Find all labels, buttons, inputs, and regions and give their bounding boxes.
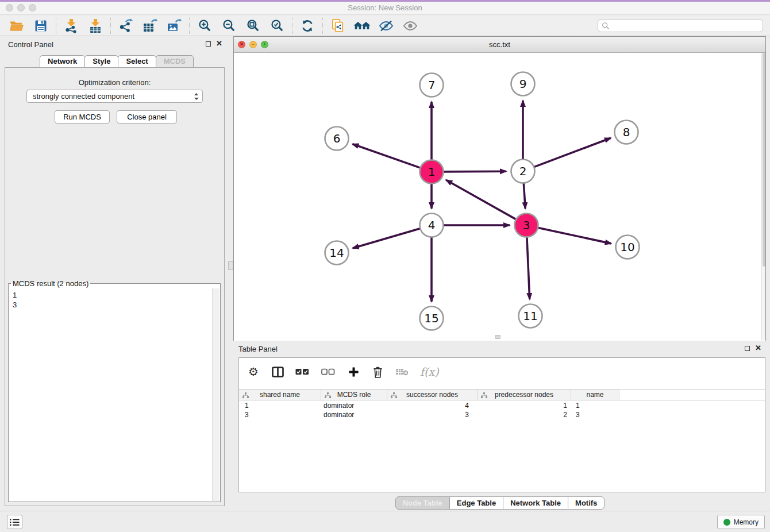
graph-node-label-8: 8 (623, 125, 630, 139)
column-header-mcds-role[interactable]: MCDS role (321, 390, 387, 400)
toolbar-separator (189, 18, 190, 34)
zoom-selected-icon[interactable] (265, 17, 289, 34)
toolbar-separator (56, 18, 56, 34)
show-all-eye-icon[interactable] (398, 17, 422, 34)
graph-edge-3-11[interactable] (527, 237, 530, 299)
mcds-result-scrollbar[interactable] (212, 288, 220, 501)
control-panel-tabs: NetworkStyleSelectMCDS (0, 55, 233, 68)
zoom-out-icon[interactable] (217, 17, 241, 34)
delete-column-trash-icon[interactable] (371, 366, 384, 378)
hide-selected-eye-icon[interactable] (374, 17, 398, 34)
open-network-file-icon[interactable] (326, 17, 350, 34)
app-window: Session: New Session (0, 0, 770, 532)
table-panel-float-icon[interactable] (745, 346, 750, 351)
cell-name[interactable]: 1 (571, 401, 619, 410)
delete-table-icon[interactable] (395, 368, 409, 376)
run-mcds-button[interactable]: Run MCDS (55, 110, 110, 124)
column-header-shared-name[interactable]: shared name (239, 390, 321, 400)
deselect-all-checkboxes-icon[interactable] (321, 368, 336, 375)
close-window-button[interactable] (6, 4, 13, 11)
mcds-result-text[interactable]: 1 3 (9, 288, 212, 501)
control-panel-close-icon[interactable]: ✕ (216, 41, 222, 47)
optimization-criterion-label: Optimization criterion: (5, 78, 224, 87)
export-table-icon[interactable] (138, 17, 162, 34)
tab-edge-table[interactable]: Edge Table (449, 496, 503, 510)
table-panel-close-icon[interactable]: ✕ (755, 345, 761, 351)
table-panel-tabs: Node TableEdge TableNetwork TableMotifs (233, 496, 766, 510)
network-vertical-scrollbar[interactable] (761, 53, 765, 340)
table-panel-title: Table Panel (238, 345, 278, 353)
search-icon (602, 22, 610, 30)
graph-edge-1-2[interactable] (443, 171, 506, 172)
network-close-button[interactable]: ✕ (238, 41, 245, 48)
mcds-panel: Optimization criterion: strongly connect… (5, 67, 225, 506)
maximize-window-button[interactable] (29, 4, 36, 11)
tab-style[interactable]: Style (84, 55, 118, 68)
zoom-in-icon[interactable] (192, 17, 217, 34)
criterion-select[interactable]: strongly connected component (26, 90, 203, 103)
graph-edge-2-8[interactable] (534, 138, 611, 167)
graph-edge-3-10[interactable] (538, 228, 611, 244)
table-settings-gear-icon[interactable]: ⚙ (247, 365, 260, 379)
graph-edge-3-1[interactable] (446, 180, 516, 219)
minimize-window-button[interactable] (17, 4, 25, 11)
tab-node-table[interactable]: Node Table (395, 496, 450, 510)
save-session-icon[interactable] (29, 17, 53, 34)
first-neighbors-icon[interactable] (350, 17, 374, 34)
select-stepper-icon (194, 92, 199, 101)
table-toolbar: ⚙ f(x) (239, 358, 765, 385)
tab-select[interactable]: Select (118, 55, 156, 68)
main-toolbar (0, 16, 770, 36)
cell-successor-nodes[interactable]: 3 (387, 410, 478, 419)
network-horizontal-scroll-handle[interactable] (495, 335, 500, 339)
tab-motifs[interactable]: Motifs (568, 496, 605, 510)
mcds-result-group: MCDS result (2 nodes) 1 3 (8, 279, 221, 502)
graph-edge-4-14[interactable] (353, 229, 421, 248)
import-table-icon[interactable] (83, 17, 107, 34)
column-header-predecessor-nodes[interactable]: predecessor nodes (478, 390, 571, 400)
split-divider-handle[interactable] (228, 261, 233, 270)
table-row[interactable]: 1 dominator 4 1 1 (239, 401, 765, 410)
split-view-icon[interactable] (271, 367, 284, 377)
graph-edge-2-3[interactable] (523, 183, 525, 209)
table-row[interactable]: 3 dominator 3 2 3 (239, 410, 765, 419)
graph-node-label-11: 11 (523, 309, 537, 323)
graph-node-label-6: 6 (333, 132, 341, 145)
import-network-icon[interactable] (59, 17, 83, 34)
search-field[interactable] (598, 19, 763, 32)
close-panel-button[interactable]: Close panel (117, 110, 177, 124)
tab-network-table[interactable]: Network Table (503, 496, 568, 510)
task-history-button[interactable] (7, 515, 22, 529)
search-input[interactable] (610, 22, 763, 30)
cell-shared-name[interactable]: 3 (239, 410, 321, 419)
add-column-plus-icon[interactable] (347, 367, 360, 377)
cell-shared-name[interactable]: 1 (239, 401, 321, 410)
tab-mcds[interactable]: MCDS (156, 55, 194, 68)
attribute-tree-icon (481, 392, 487, 398)
control-panel-float-icon[interactable] (206, 41, 211, 47)
zoom-fit-icon[interactable] (241, 17, 265, 34)
graph-node-label-15: 15 (424, 311, 438, 325)
cell-successor-nodes[interactable]: 4 (387, 401, 478, 410)
function-builder-icon[interactable]: f(x) (420, 365, 439, 378)
cell-mcds-role[interactable]: dominator (321, 401, 387, 410)
open-session-icon[interactable] (5, 17, 29, 34)
tab-network[interactable]: Network (40, 55, 85, 68)
graph-node-label-3: 3 (523, 218, 530, 232)
column-header-successor-nodes[interactable]: successor nodes (387, 390, 478, 400)
cell-predecessor-nodes[interactable]: 1 (478, 401, 571, 410)
memory-button[interactable]: Memory (717, 515, 765, 529)
graph-node-label-1: 1 (428, 165, 436, 179)
export-network-icon[interactable] (114, 17, 138, 34)
refresh-icon[interactable] (295, 17, 319, 34)
network-maximize-button[interactable]: + (261, 41, 268, 48)
export-image-icon[interactable] (162, 17, 186, 34)
graph-edge-1-6[interactable] (352, 144, 421, 168)
cell-mcds-role[interactable]: dominator (321, 410, 387, 419)
cell-name[interactable]: 3 (571, 410, 619, 419)
network-canvas[interactable]: 7968124314101511 (234, 53, 765, 341)
select-all-checkboxes-icon[interactable] (295, 368, 310, 375)
column-header-name[interactable]: name (571, 390, 619, 400)
network-minimize-button[interactable]: − (249, 41, 257, 48)
cell-predecessor-nodes[interactable]: 2 (478, 410, 571, 419)
